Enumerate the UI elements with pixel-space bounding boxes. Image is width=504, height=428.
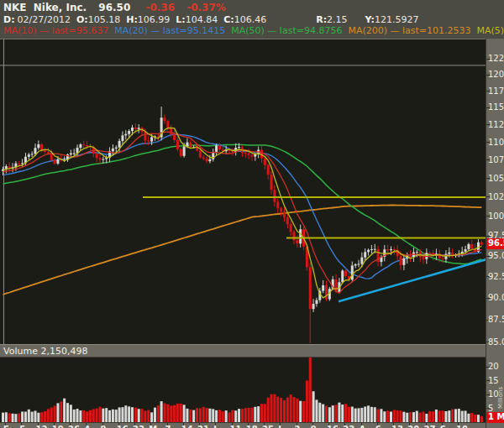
price-tick-label: 112.5 [488, 120, 504, 130]
ma-legend: MA(10) — last=95.637MA(20) — last=95.141… [3, 25, 504, 36]
date-tick-label: 27 [424, 425, 436, 428]
price-tick-label: 122.5 [488, 54, 504, 64]
date-tick-label: J [213, 425, 217, 428]
date-tick-label: 21 [197, 425, 209, 428]
quote-field: C:106.46 [223, 14, 266, 25]
trendline-cyan [339, 259, 486, 301]
volume-bars-layer [2, 358, 483, 422]
date-tick-label: 7 [165, 425, 171, 428]
volume-tick-label: 5 [488, 404, 504, 414]
price-tick-label: 92.5 [488, 272, 504, 282]
ohlc-row: D:02/27/2012O:105.18H:106.99L:104.84C:10… [3, 14, 425, 25]
quote-field: H:106.99 [126, 14, 170, 25]
ma-legend-item: MA(200) — last=101.2533 [348, 25, 470, 36]
price-tick-label: 115.0 [488, 102, 504, 112]
ma-legend-item: MA(50) — last=94.8756 [231, 25, 342, 36]
price-tick-label: 87.5 [488, 315, 504, 325]
date-tick-label: M [149, 425, 157, 428]
volume-last-box: 1 M [486, 412, 504, 423]
quote-title-row: NKE Nike, Inc. 96.50 -0.36 -0.37% [3, 2, 226, 13]
date-tick-label: 2 [295, 425, 301, 428]
ma-legend-item: MA(20) — last=95.1415 [114, 25, 225, 36]
price-change-percent: -0.37% [186, 2, 226, 13]
price-pane[interactable] [0, 39, 486, 345]
ma-legend-item: MA(5) — last=96.086 [477, 25, 504, 36]
date-tick-label: 25 [262, 425, 274, 428]
price-tick-label: 100.0 [488, 211, 504, 222]
date-tick-label: 20 [407, 425, 419, 428]
date-tick-label: A [84, 425, 91, 428]
date-tick-label: 18 [246, 425, 258, 428]
crosshair-layer [0, 39, 486, 345]
symbol-ticker: NKE [3, 2, 27, 13]
date-tick-label: 11 [230, 425, 242, 428]
quote-field: Y:121.5927 [365, 14, 419, 25]
date-tick-label: F [3, 425, 9, 428]
date-tick-label: 6 [375, 425, 381, 428]
date-tick-label: 19 [52, 425, 64, 428]
date-tick-label: A [360, 425, 366, 428]
price-tick-label: 107.5 [488, 155, 504, 165]
date-tick-label: 16 [117, 425, 129, 428]
date-axis[interactable]: F5121926A91623M71421J111825J291623A61320… [0, 422, 486, 428]
volume-tick-label: 15 [488, 376, 504, 386]
price-tick-label: 117.5 [488, 86, 504, 97]
price-tick-label: 97.5 [488, 231, 504, 241]
pane-splitter[interactable]: Volume 2,150,498 [0, 344, 486, 358]
date-tick-label: S [440, 425, 446, 428]
quote-header: NKE Nike, Inc. 96.50 -0.36 -0.37% D:02/2… [0, 0, 504, 39]
price-tick-label: 105.0 [488, 174, 504, 184]
date-tick-label: 23 [343, 425, 354, 428]
volume-title: Volume 2,150,498 [3, 346, 87, 357]
quote-field: O:105.18 [76, 14, 120, 25]
date-tick-label: 26 [68, 425, 80, 428]
company-name: Nike, Inc. [34, 2, 87, 13]
candles-layer [2, 107, 483, 343]
price-chart-canvas[interactable] [0, 39, 486, 345]
price-tick-label: 90.0 [488, 293, 504, 303]
date-tick-label: 9 [101, 425, 107, 428]
date-tick-label: 14 [181, 425, 193, 428]
date-tick-label: 23 [133, 425, 144, 428]
last-price: 96.50 [98, 2, 130, 13]
quote-field: L:104.84 [176, 14, 218, 25]
volume-chart-canvas[interactable] [0, 358, 486, 422]
date-tick-label: 16 [327, 425, 339, 428]
volume-tick-label: 10 [488, 389, 504, 399]
price-axis-gutter[interactable]: 96.5 1 M Millions 122.5120.0117.5115.011… [486, 39, 504, 428]
price-tick-label: 120.0 [488, 70, 504, 80]
ma-50-line [3, 144, 482, 264]
date-tick-label: 12 [36, 425, 48, 428]
date-tick-label: 10 [456, 425, 468, 428]
price-tick-label: 95.0 [488, 251, 504, 261]
ma-legend-item: MA(10) — last=95.637 [3, 25, 108, 36]
price-tick-label: 102.5 [488, 192, 504, 202]
price-tick-label: 110.0 [488, 138, 504, 148]
date-tick-label: 9 [311, 425, 317, 428]
app-window: NKE Nike, Inc. 96.50 -0.36 -0.37% D:02/2… [0, 0, 504, 428]
date-tick-label: 5 [19, 425, 25, 428]
date-tick-label: 13 [391, 425, 403, 428]
quote-field: R:2.15 [316, 14, 347, 25]
price-change: -0.36 [145, 2, 175, 13]
volume-tick-label: 20 [488, 362, 504, 372]
price-tick-label: 85.0 [488, 337, 504, 347]
date-tick-label: J [278, 425, 281, 428]
volume-pane[interactable] [0, 358, 486, 422]
quote-field: D:02/27/2012 [3, 14, 71, 25]
